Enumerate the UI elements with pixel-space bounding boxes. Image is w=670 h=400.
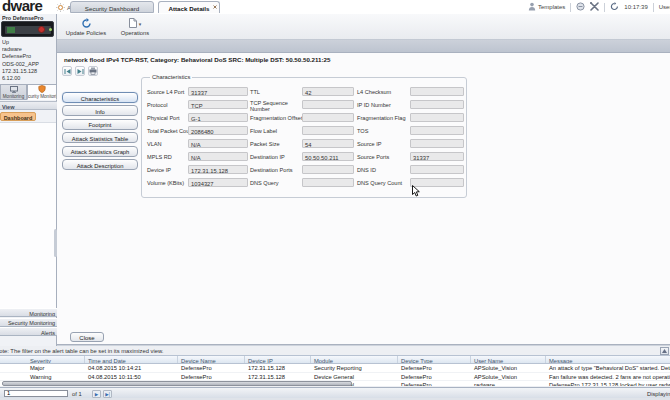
nav-characteristics[interactable]: Characteristics xyxy=(62,92,138,103)
next-page-button[interactable]: ▶ xyxy=(92,390,101,398)
alert-row-major[interactable]: Major 04.08.2015 10:14:21 DefensePro 172… xyxy=(0,364,670,373)
status-circle-icon[interactable] xyxy=(576,2,585,12)
field-input[interactable]: 50.50.50.211 xyxy=(302,152,354,161)
field-input[interactable]: N/A xyxy=(188,139,248,148)
field-input[interactable] xyxy=(410,87,464,96)
nav-attack-statistics-table[interactable]: Attack Statistics Table xyxy=(62,132,138,143)
cell-device-type: DefensePro xyxy=(398,373,471,381)
cell-message: An attack of type "Behavioral DoS" start… xyxy=(546,364,670,372)
cell-device-type: DefensePro xyxy=(398,364,471,372)
field-label: Destination Ports xyxy=(250,167,300,173)
field-input[interactable] xyxy=(410,100,464,109)
alert-row-warning[interactable]: Warning 04.08.2015 10:11:50 DefensePro 1… xyxy=(0,373,670,382)
previous-attack-button[interactable] xyxy=(62,66,72,76)
templates-label: Templates xyxy=(538,4,565,10)
field-input[interactable]: 172.31.15.128 xyxy=(188,165,248,174)
divider xyxy=(604,3,605,12)
print-icon[interactable] xyxy=(88,66,98,76)
ribbon-toolbar: Update Policies ▾ Operations xyxy=(57,14,670,40)
field-label: Destination IP xyxy=(250,154,300,160)
alerts-maximize-button[interactable] xyxy=(660,347,669,355)
field-input[interactable]: 1034327 xyxy=(188,178,248,187)
field-input[interactable]: TCP xyxy=(188,100,248,109)
column-header-device-ip[interactable]: Device IP xyxy=(245,356,311,363)
field-label: Device IP xyxy=(147,167,187,173)
mouse-cursor xyxy=(412,185,420,198)
field-input[interactable] xyxy=(410,126,464,135)
field-input[interactable]: 31337 xyxy=(188,87,248,96)
refresh-icon[interactable] xyxy=(610,2,619,12)
device-status-line: ODS-002_APP xyxy=(2,61,56,68)
tab-security-monitoring[interactable]: Security Monitoring xyxy=(27,84,57,100)
field-input[interactable]: G-1 xyxy=(188,113,248,122)
device-sidebar: Pro DefensePro Up radware DefensePro ODS… xyxy=(0,14,57,346)
field-input[interactable]: 54 xyxy=(302,139,354,148)
field-input[interactable]: 42 xyxy=(302,87,354,96)
cell-user-name: APSolute_Vision xyxy=(471,364,546,372)
field-label: Protocol xyxy=(147,102,187,108)
field-label: MPLS RD xyxy=(147,154,187,160)
device-ports-graphic xyxy=(7,27,15,33)
field-input[interactable] xyxy=(302,100,354,109)
sidebar-empty-pane xyxy=(0,122,56,308)
sidebar-tabs: Monitoring Security Monitoring xyxy=(0,84,57,100)
column-header-severity[interactable]: Severity xyxy=(0,356,85,363)
field-label: Packet Size xyxy=(250,141,300,147)
field-input[interactable] xyxy=(302,126,354,135)
field-input[interactable] xyxy=(302,178,354,187)
field-input[interactable] xyxy=(410,139,464,148)
update-policies-button[interactable]: Update Policies xyxy=(63,16,109,38)
field-input[interactable]: 2086480 xyxy=(188,126,248,135)
cell-module: Security Reporting xyxy=(311,364,398,372)
tab-close-icon[interactable] xyxy=(213,3,217,10)
characteristics-legend: Characteristics xyxy=(150,74,192,80)
tools-icon[interactable] xyxy=(590,2,599,12)
column-header-time[interactable]: Time and Date xyxy=(85,356,178,363)
accordion-alerts[interactable]: Alerts xyxy=(0,327,57,336)
column-header-user-name[interactable]: User Name xyxy=(471,356,546,363)
column-header-device-name[interactable]: Device Name xyxy=(178,356,245,363)
device-status-line: DefensePro xyxy=(2,53,56,60)
nav-info[interactable]: Info xyxy=(62,105,138,116)
column-header-message[interactable]: Message xyxy=(546,356,670,363)
page-input[interactable] xyxy=(4,390,68,397)
last-page-button[interactable]: ▶| xyxy=(103,390,112,398)
field-input[interactable]: 31337 xyxy=(410,152,464,161)
field-input[interactable] xyxy=(410,165,464,174)
tab-attack-details[interactable]: Attack Details xyxy=(158,1,220,13)
nav-footprint[interactable]: Footprint xyxy=(62,119,138,130)
field-input[interactable]: N/A xyxy=(188,152,248,161)
templates-button[interactable]: Templates xyxy=(528,2,565,12)
column-header-device-type[interactable]: Device Type xyxy=(398,356,471,363)
field-input[interactable] xyxy=(302,165,354,174)
field-label: TOS xyxy=(357,128,409,134)
device-status-block: Up radware DefensePro ODS-002_APP 172.31… xyxy=(2,39,56,82)
field-label: Source IP xyxy=(357,141,409,147)
tab-monitoring[interactable]: Monitoring xyxy=(0,84,27,100)
accordion-monitoring[interactable]: Monitoring xyxy=(0,308,57,317)
operations-button[interactable]: ▾ Operations xyxy=(114,16,156,38)
divider xyxy=(653,3,654,12)
next-attack-button[interactable] xyxy=(75,66,85,76)
field-label: Source L4 Port xyxy=(147,89,187,95)
horizontal-scrollbar-thumb[interactable] xyxy=(2,381,352,386)
cell-severity: Major xyxy=(0,364,85,372)
field-label: VLAN xyxy=(147,141,187,147)
column-header-module[interactable]: Module xyxy=(311,356,398,363)
field-label: Source Ports xyxy=(357,154,409,160)
tab-security-dashboard[interactable]: Security Dashboard xyxy=(70,1,154,13)
accordion-security-monitoring[interactable]: Security Monitoring xyxy=(0,318,57,327)
field-input[interactable] xyxy=(302,113,354,122)
cell-user-name: APSolute_Vision xyxy=(471,373,546,381)
field-input[interactable] xyxy=(410,113,464,122)
alerts-note: Note: The filter on the alert table can … xyxy=(0,348,163,354)
nav-attack-statistics-graph[interactable]: Attack Statistics Graph xyxy=(62,146,138,157)
device-status-line: 6.12.00 xyxy=(2,75,56,82)
close-button[interactable]: Close xyxy=(70,332,104,342)
tab-attack-details-label: Attack Details xyxy=(169,5,210,12)
field-label: DNS Query xyxy=(250,180,300,186)
avr-icon xyxy=(56,3,65,13)
pagination-bar: of 1 ▶ ▶| Displaying xyxy=(0,387,670,398)
sidebar-item-dashboard[interactable]: Dashboard xyxy=(0,112,36,121)
nav-attack-description[interactable]: Attack Description xyxy=(62,159,138,170)
